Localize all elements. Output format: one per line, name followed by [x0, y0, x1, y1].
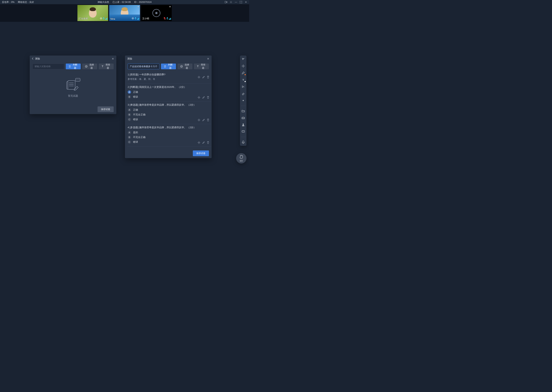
question-item: 4 [多选题] 施华洛世奇是反华品牌，所以梁鼎琪反华。 （2分） A 是的 B …	[128, 124, 211, 147]
minimize-icon[interactable]: —	[235, 1, 237, 3]
svg-rect-7	[135, 17, 136, 19]
close-icon[interactable]: ✕	[207, 57, 209, 60]
edit-icon[interactable]	[202, 76, 205, 79]
svg-rect-4	[103, 17, 104, 19]
delete-icon[interactable]	[207, 96, 209, 99]
edit-icon[interactable]	[202, 96, 205, 99]
check-circle-icon	[85, 65, 87, 68]
mic-muted-icon	[163, 17, 166, 20]
move-icon[interactable]	[241, 64, 245, 68]
close-window-icon[interactable]: ✕	[245, 1, 247, 3]
question-option[interactable]: B 不完全正确	[128, 113, 211, 116]
target-icon	[132, 17, 134, 20]
video-tile[interactable]: 叮当老师	[77, 5, 108, 21]
svg-point-6	[132, 18, 133, 19]
swap-icon	[68, 65, 71, 68]
option-letter: A	[128, 131, 131, 134]
svg-rect-0	[225, 1, 226, 3]
bell-icon[interactable]	[241, 140, 245, 144]
move-icon[interactable]	[198, 96, 200, 99]
text-tool-icon[interactable]: T	[241, 78, 245, 82]
check-circle-icon	[180, 65, 183, 68]
move-icon[interactable]	[198, 141, 200, 145]
save-quiz-button[interactable]: 保存试卷	[193, 150, 209, 156]
tile-close-icon[interactable]: ✕	[169, 5, 171, 8]
cursor-sparkle-icon[interactable]	[241, 57, 245, 61]
svg-point-3	[101, 18, 102, 19]
edit-icon[interactable]	[202, 119, 205, 122]
hand-raise-button[interactable]: 0/2	[236, 153, 247, 163]
eraser-icon[interactable]	[241, 91, 245, 96]
camera-toggle-icon[interactable]	[225, 1, 227, 3]
question-title: 2 [判断题] 我国宪法上一次更新是在2020年。 （2分）	[128, 85, 211, 89]
video-tile[interactable]: Nina✕	[109, 5, 140, 21]
question-item: 3 [单选题] 施华洛世奇是反华品牌，所以梁鼎琪反华。 （2分） A 正确 B …	[128, 101, 211, 124]
chat-icon[interactable]	[241, 130, 245, 134]
empty-illustration-icon	[64, 78, 82, 92]
question-type-short-button[interactable]: 简答题	[194, 63, 209, 69]
close-icon[interactable]: ✕	[112, 57, 114, 60]
option-label: 不完全正确	[133, 113, 145, 116]
question-item: 1 [简答题] 一年四季分别是哪四季?参考答案：春、夏、秋、冬	[128, 71, 211, 84]
svg-point-22	[242, 87, 243, 88]
delete-icon[interactable]	[207, 141, 209, 145]
fullscreen-icon[interactable]	[240, 1, 242, 3]
scissors-icon[interactable]	[241, 84, 245, 89]
video-tile[interactable]: 王小明✕	[141, 5, 172, 21]
svg-point-17	[76, 80, 77, 80]
quiz-panel-editor: 测验 ✕ 判断题 选择题 简答题 1 [简答题] 一年四季分别是哪四季?参考答案…	[125, 56, 212, 158]
option-letter: B	[128, 113, 131, 116]
option-letter: B	[128, 135, 131, 139]
question-option[interactable]: A 正确	[128, 108, 211, 112]
back-chevron-icon[interactable]	[32, 57, 34, 60]
pen-icon[interactable]	[241, 71, 245, 75]
settings-gear-icon[interactable]	[230, 1, 232, 3]
question-actions	[198, 119, 209, 122]
question-list[interactable]: 1 [简答题] 一年四季分别是哪四季?参考答案：春、夏、秋、冬 2 [判断题] …	[125, 71, 212, 148]
question-actions	[198, 96, 209, 99]
question-type-choice-button[interactable]: 选择题	[177, 63, 192, 69]
tile-close-icon[interactable]: ✕	[137, 5, 139, 8]
question-option[interactable]: A 正确	[128, 90, 211, 94]
swap-icon	[164, 65, 166, 68]
edit-icon[interactable]	[202, 141, 205, 145]
save-quiz-button[interactable]: 保存试卷	[98, 106, 114, 112]
option-label: 错误	[133, 95, 138, 98]
participant-name: 叮当老师	[79, 17, 88, 20]
question-type-tf-button[interactable]: 判断题	[66, 63, 81, 69]
move-icon[interactable]	[198, 76, 200, 79]
svg-point-1	[231, 2, 231, 2]
top-status-bar: 丢包率：0% 网络状态：良好 神秘大自然 已上课：02:34:09 ID：202…	[0, 0, 249, 4]
svg-point-20	[181, 65, 183, 68]
folder-icon[interactable]	[241, 109, 245, 113]
toolbox-icon[interactable]	[241, 116, 245, 120]
svg-rect-10	[167, 17, 168, 19]
question-actions	[198, 141, 209, 145]
delete-icon[interactable]	[207, 119, 209, 122]
delete-icon[interactable]	[207, 76, 209, 79]
user-icon[interactable]	[241, 123, 245, 127]
svg-point-23	[243, 100, 244, 101]
separator	[241, 106, 245, 106]
panel-title: 测验	[35, 57, 40, 61]
option-letter: C	[128, 118, 131, 121]
quiz-name-input[interactable]	[128, 63, 160, 69]
question-option[interactable]: B 不完全正确	[128, 135, 211, 139]
question-type-choice-button[interactable]: 选择题	[82, 63, 97, 69]
quiz-name-input[interactable]	[32, 63, 64, 69]
question-title: 4 [多选题] 施华洛世奇是反华品牌，所以梁鼎琪反华。 （2分）	[128, 126, 211, 129]
mic-icon	[103, 17, 105, 20]
question-type-tf-button[interactable]: 判断题	[161, 63, 176, 69]
question-type-short-button[interactable]: 简答题	[99, 63, 114, 69]
hand-icon	[240, 155, 243, 159]
question-option[interactable]: A 是的	[128, 131, 211, 134]
laser-dot-icon[interactable]	[241, 98, 245, 103]
signal-icon	[137, 18, 139, 20]
svg-point-25	[243, 124, 244, 125]
svg-point-19	[79, 80, 79, 80]
quiz-panel-empty: 测验 ✕ 判断题 选择题 简答题	[30, 56, 116, 114]
option-label: 错误	[133, 118, 138, 121]
move-icon[interactable]	[198, 119, 200, 122]
question-actions	[198, 76, 209, 79]
participant-name: Nina	[110, 18, 115, 20]
